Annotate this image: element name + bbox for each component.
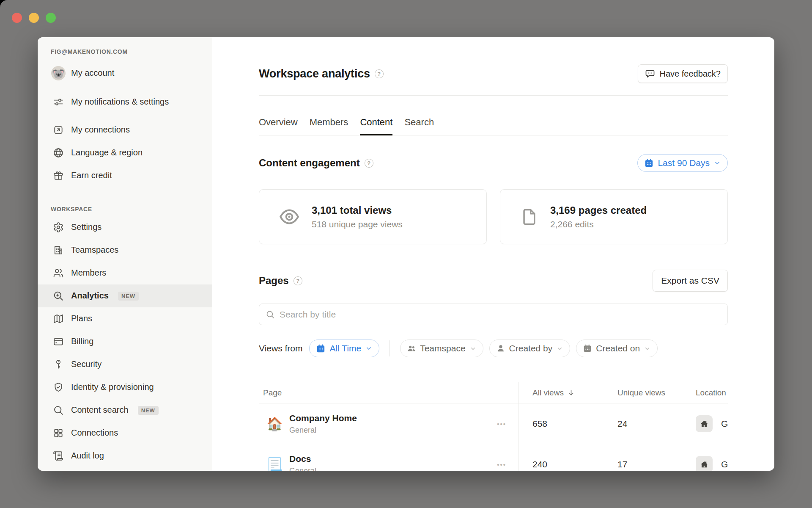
column-header-unique-views[interactable]: Unique views [603, 388, 681, 398]
row-more-options-icon[interactable]: ••• [497, 420, 506, 428]
sidebar-item-identity-provisioning[interactable]: Identity & provisioning [38, 376, 212, 399]
page-title-cell[interactable]: Company Home [289, 413, 357, 423]
sidebar-item-my-account[interactable]: 🐨 My account [38, 61, 212, 86]
tab-content[interactable]: Content [360, 117, 392, 135]
location-cell: General [681, 415, 728, 432]
search-icon [51, 405, 66, 416]
search-by-title-input[interactable] [280, 309, 721, 320]
sidebar-item-label: Audit log [71, 450, 104, 461]
sidebar-item-earn-credit[interactable]: Earn credit [38, 164, 212, 187]
person-icon [496, 344, 505, 353]
new-badge: NEW [138, 406, 159, 415]
stat-sublabel: 518 unique page views [312, 219, 403, 229]
sliders-icon [51, 97, 66, 108]
location-name: General [721, 419, 728, 429]
globe-icon [51, 147, 66, 158]
teamspace-filter-dropdown[interactable]: Teamspace [400, 340, 483, 357]
created-on-filter-dropdown[interactable]: Created on [576, 340, 658, 357]
settings-window: FIG@MAKENOTION.COM 🐨 My account My notif… [38, 37, 774, 471]
page-header: Workspace analytics ? Have feedback? [259, 64, 728, 83]
sidebar-item-plans[interactable]: Plans [38, 307, 212, 330]
window-controls [12, 13, 56, 23]
filter-label: Teamspace [420, 343, 465, 353]
sidebar-item-teamspaces[interactable]: Teamspaces [38, 239, 212, 262]
export-csv-button[interactable]: Export as CSV [653, 270, 728, 292]
column-header-page[interactable]: Page [259, 388, 518, 398]
views-from-label: Views from [259, 343, 302, 353]
sidebar-item-label: Plans [71, 313, 92, 324]
all-views-cell: 240 [518, 459, 603, 469]
sidebar-item-my-connections[interactable]: My connections [38, 119, 212, 141]
analytics-magnifier-icon [51, 290, 66, 301]
analytics-tabs: Overview Members Content Search [259, 96, 728, 135]
avatar: 🐨 [51, 66, 66, 80]
sort-descending-icon [567, 389, 575, 397]
column-header-all-views[interactable]: All views [518, 388, 603, 398]
sidebar-item-label: Analytics [71, 290, 109, 301]
sidebar-item-my-notifications-settings[interactable]: My notifications & settings [38, 86, 212, 119]
sidebar-item-label: My notifications & settings [71, 97, 169, 108]
date-range-dropdown[interactable]: Last 90 Days [637, 154, 728, 172]
sidebar-item-connections[interactable]: Connections [38, 422, 212, 444]
sidebar-item-content-search[interactable]: Content search NEW [38, 399, 212, 422]
column-header-location[interactable]: Location [681, 388, 728, 398]
help-icon[interactable]: ? [375, 69, 384, 78]
close-window-button[interactable] [12, 13, 22, 23]
sidebar-item-billing[interactable]: Billing [38, 330, 212, 353]
section-title: Content engagement [259, 157, 360, 169]
sidebar-item-label: Content search [71, 405, 129, 416]
sidebar-item-label: Identity & provisioning [71, 382, 154, 393]
account-email: FIG@MAKENOTION.COM [51, 48, 212, 55]
home-location-icon [696, 456, 713, 471]
stat-value: 3,101 total views [312, 204, 403, 216]
help-icon[interactable]: ? [365, 159, 373, 168]
pages-filter-row: Views from All Time [259, 340, 728, 357]
sidebar-item-analytics[interactable]: Analytics NEW [38, 284, 212, 307]
page-cell: 📃 Docs General ••• [259, 454, 518, 471]
sidebar-item-members[interactable]: Members [38, 262, 212, 284]
page-cell: 🏠 Company Home General ••• [259, 413, 518, 435]
fullscreen-window-button[interactable] [46, 13, 56, 23]
sidebar-item-label: Connections [71, 428, 118, 439]
tab-search[interactable]: Search [404, 117, 434, 135]
date-range-label: Last 90 Days [658, 158, 710, 168]
chevron-down-icon [469, 345, 477, 352]
pages-created-card: 3,169 pages created 2,266 edits [500, 189, 728, 244]
table-row[interactable]: 🏠 Company Home General ••• 658 24 [259, 403, 728, 444]
sidebar-item-label: Teamspaces [71, 245, 118, 256]
analytics-main-panel: Workspace analytics ? Have feedback? Ove… [212, 37, 774, 471]
page-title: Workspace analytics [259, 67, 370, 80]
sidebar-item-label: Billing [71, 336, 93, 347]
help-icon[interactable]: ? [294, 276, 302, 285]
page-emoji-icon: 🏠 [266, 416, 283, 432]
sidebar-item-settings[interactable]: Settings [38, 216, 212, 239]
views-from-time-dropdown[interactable]: All Time [309, 340, 379, 357]
home-location-icon [696, 415, 713, 432]
created-by-filter-dropdown[interactable]: Created by [489, 340, 571, 357]
pages-table: Page All views Unique views Location [259, 382, 728, 471]
credit-card-icon [51, 336, 66, 347]
minimize-window-button[interactable] [29, 13, 39, 23]
tab-overview[interactable]: Overview [259, 117, 298, 135]
row-more-options-icon[interactable]: ••• [497, 461, 506, 468]
chevron-down-icon [365, 345, 373, 352]
sidebar-item-label: Language & region [71, 147, 143, 158]
gear-icon [51, 222, 66, 233]
sidebar-item-language-region[interactable]: Language & region [38, 141, 212, 164]
table-row[interactable]: 📃 Docs General ••• 240 17 [259, 444, 728, 471]
sidebar-item-security[interactable]: Security [38, 353, 212, 376]
pages-search-box[interactable] [259, 304, 728, 325]
shield-check-icon [51, 382, 66, 393]
page-subtitle-cell: General [289, 467, 316, 471]
building-icon [51, 245, 66, 256]
calendar-icon [316, 344, 326, 353]
map-icon [51, 313, 66, 324]
sidebar-item-audit-log[interactable]: Audit log [38, 444, 212, 467]
page-icon [520, 207, 538, 226]
calendar-icon [644, 158, 654, 168]
tab-members[interactable]: Members [310, 117, 348, 135]
page-title-cell[interactable]: Docs [289, 454, 316, 464]
have-feedback-button[interactable]: Have feedback? [638, 64, 728, 83]
table-column-divider [518, 382, 518, 471]
new-badge: NEW [118, 292, 139, 301]
